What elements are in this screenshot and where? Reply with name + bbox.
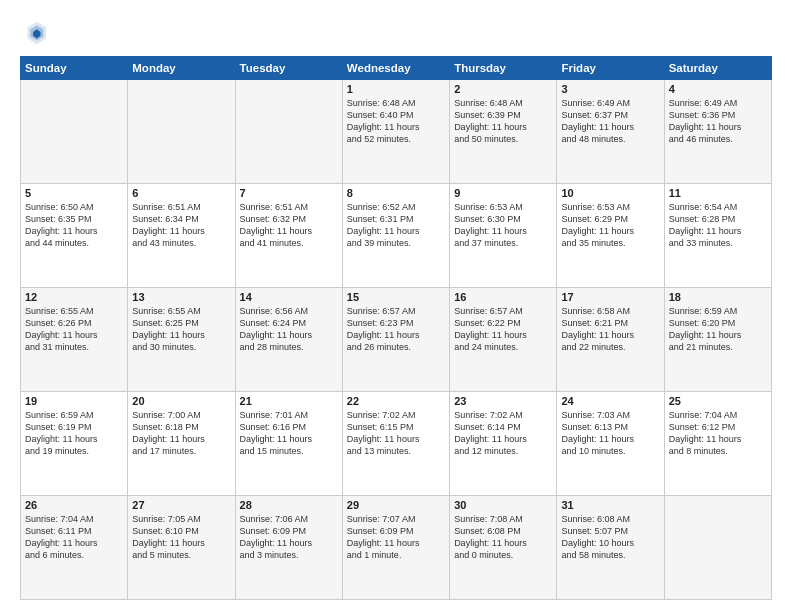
weekday-header: Saturday [664,57,771,80]
day-info: Sunrise: 6:49 AM Sunset: 6:36 PM Dayligh… [669,97,767,146]
day-info: Sunrise: 7:04 AM Sunset: 6:12 PM Dayligh… [669,409,767,458]
day-info: Sunrise: 6:55 AM Sunset: 6:26 PM Dayligh… [25,305,123,354]
calendar-cell: 19Sunrise: 6:59 AM Sunset: 6:19 PM Dayli… [21,392,128,496]
calendar-cell: 25Sunrise: 7:04 AM Sunset: 6:12 PM Dayli… [664,392,771,496]
calendar-cell: 9Sunrise: 6:53 AM Sunset: 6:30 PM Daylig… [450,184,557,288]
day-info: Sunrise: 6:08 AM Sunset: 5:07 PM Dayligh… [561,513,659,562]
calendar-cell: 8Sunrise: 6:52 AM Sunset: 6:31 PM Daylig… [342,184,449,288]
calendar-week-row: 12Sunrise: 6:55 AM Sunset: 6:26 PM Dayli… [21,288,772,392]
weekday-header: Monday [128,57,235,80]
day-number: 24 [561,395,659,407]
day-number: 17 [561,291,659,303]
calendar-cell: 20Sunrise: 7:00 AM Sunset: 6:18 PM Dayli… [128,392,235,496]
day-info: Sunrise: 7:08 AM Sunset: 6:08 PM Dayligh… [454,513,552,562]
calendar-week-row: 26Sunrise: 7:04 AM Sunset: 6:11 PM Dayli… [21,496,772,600]
day-info: Sunrise: 7:05 AM Sunset: 6:10 PM Dayligh… [132,513,230,562]
calendar-cell: 22Sunrise: 7:02 AM Sunset: 6:15 PM Dayli… [342,392,449,496]
calendar-cell: 21Sunrise: 7:01 AM Sunset: 6:16 PM Dayli… [235,392,342,496]
day-number: 28 [240,499,338,511]
calendar-cell: 12Sunrise: 6:55 AM Sunset: 6:26 PM Dayli… [21,288,128,392]
logo [20,18,52,46]
day-info: Sunrise: 7:02 AM Sunset: 6:14 PM Dayligh… [454,409,552,458]
calendar-week-row: 1Sunrise: 6:48 AM Sunset: 6:40 PM Daylig… [21,80,772,184]
day-number: 21 [240,395,338,407]
calendar-cell: 6Sunrise: 6:51 AM Sunset: 6:34 PM Daylig… [128,184,235,288]
day-number: 22 [347,395,445,407]
day-info: Sunrise: 6:55 AM Sunset: 6:25 PM Dayligh… [132,305,230,354]
weekday-header: Sunday [21,57,128,80]
day-number: 19 [25,395,123,407]
day-number: 2 [454,83,552,95]
day-info: Sunrise: 6:53 AM Sunset: 6:29 PM Dayligh… [561,201,659,250]
calendar-cell: 30Sunrise: 7:08 AM Sunset: 6:08 PM Dayli… [450,496,557,600]
day-info: Sunrise: 6:48 AM Sunset: 6:39 PM Dayligh… [454,97,552,146]
day-number: 15 [347,291,445,303]
calendar-cell [664,496,771,600]
day-number: 13 [132,291,230,303]
day-info: Sunrise: 6:59 AM Sunset: 6:19 PM Dayligh… [25,409,123,458]
day-info: Sunrise: 6:49 AM Sunset: 6:37 PM Dayligh… [561,97,659,146]
day-info: Sunrise: 6:51 AM Sunset: 6:32 PM Dayligh… [240,201,338,250]
weekday-header: Tuesday [235,57,342,80]
day-number: 8 [347,187,445,199]
day-info: Sunrise: 7:07 AM Sunset: 6:09 PM Dayligh… [347,513,445,562]
calendar-cell: 14Sunrise: 6:56 AM Sunset: 6:24 PM Dayli… [235,288,342,392]
calendar-week-row: 19Sunrise: 6:59 AM Sunset: 6:19 PM Dayli… [21,392,772,496]
day-info: Sunrise: 6:53 AM Sunset: 6:30 PM Dayligh… [454,201,552,250]
weekday-header: Thursday [450,57,557,80]
day-number: 31 [561,499,659,511]
logo-icon [20,18,48,46]
calendar-cell: 27Sunrise: 7:05 AM Sunset: 6:10 PM Dayli… [128,496,235,600]
day-info: Sunrise: 6:54 AM Sunset: 6:28 PM Dayligh… [669,201,767,250]
day-number: 23 [454,395,552,407]
day-info: Sunrise: 6:56 AM Sunset: 6:24 PM Dayligh… [240,305,338,354]
day-number: 29 [347,499,445,511]
day-number: 30 [454,499,552,511]
day-number: 9 [454,187,552,199]
calendar-cell: 17Sunrise: 6:58 AM Sunset: 6:21 PM Dayli… [557,288,664,392]
day-number: 4 [669,83,767,95]
day-number: 10 [561,187,659,199]
day-number: 25 [669,395,767,407]
day-info: Sunrise: 6:51 AM Sunset: 6:34 PM Dayligh… [132,201,230,250]
calendar-cell: 26Sunrise: 7:04 AM Sunset: 6:11 PM Dayli… [21,496,128,600]
calendar-cell [128,80,235,184]
day-number: 27 [132,499,230,511]
day-info: Sunrise: 7:00 AM Sunset: 6:18 PM Dayligh… [132,409,230,458]
day-number: 26 [25,499,123,511]
calendar-cell: 1Sunrise: 6:48 AM Sunset: 6:40 PM Daylig… [342,80,449,184]
calendar-cell: 10Sunrise: 6:53 AM Sunset: 6:29 PM Dayli… [557,184,664,288]
day-number: 7 [240,187,338,199]
calendar-cell: 23Sunrise: 7:02 AM Sunset: 6:14 PM Dayli… [450,392,557,496]
calendar-table: SundayMondayTuesdayWednesdayThursdayFrid… [20,56,772,600]
day-info: Sunrise: 6:59 AM Sunset: 6:20 PM Dayligh… [669,305,767,354]
day-number: 3 [561,83,659,95]
calendar-cell: 2Sunrise: 6:48 AM Sunset: 6:39 PM Daylig… [450,80,557,184]
day-info: Sunrise: 7:01 AM Sunset: 6:16 PM Dayligh… [240,409,338,458]
day-info: Sunrise: 7:03 AM Sunset: 6:13 PM Dayligh… [561,409,659,458]
day-info: Sunrise: 7:06 AM Sunset: 6:09 PM Dayligh… [240,513,338,562]
calendar-cell: 29Sunrise: 7:07 AM Sunset: 6:09 PM Dayli… [342,496,449,600]
day-number: 1 [347,83,445,95]
day-number: 18 [669,291,767,303]
calendar-cell: 4Sunrise: 6:49 AM Sunset: 6:36 PM Daylig… [664,80,771,184]
day-info: Sunrise: 6:48 AM Sunset: 6:40 PM Dayligh… [347,97,445,146]
calendar-cell: 3Sunrise: 6:49 AM Sunset: 6:37 PM Daylig… [557,80,664,184]
calendar-cell: 18Sunrise: 6:59 AM Sunset: 6:20 PM Dayli… [664,288,771,392]
calendar-cell [21,80,128,184]
calendar-cell: 7Sunrise: 6:51 AM Sunset: 6:32 PM Daylig… [235,184,342,288]
day-number: 11 [669,187,767,199]
day-info: Sunrise: 7:04 AM Sunset: 6:11 PM Dayligh… [25,513,123,562]
weekday-header: Wednesday [342,57,449,80]
page: SundayMondayTuesdayWednesdayThursdayFrid… [0,0,792,612]
calendar-cell: 28Sunrise: 7:06 AM Sunset: 6:09 PM Dayli… [235,496,342,600]
calendar-week-row: 5Sunrise: 6:50 AM Sunset: 6:35 PM Daylig… [21,184,772,288]
calendar-cell: 15Sunrise: 6:57 AM Sunset: 6:23 PM Dayli… [342,288,449,392]
day-number: 16 [454,291,552,303]
day-info: Sunrise: 6:52 AM Sunset: 6:31 PM Dayligh… [347,201,445,250]
day-info: Sunrise: 7:02 AM Sunset: 6:15 PM Dayligh… [347,409,445,458]
day-info: Sunrise: 6:50 AM Sunset: 6:35 PM Dayligh… [25,201,123,250]
calendar-cell: 5Sunrise: 6:50 AM Sunset: 6:35 PM Daylig… [21,184,128,288]
calendar-cell: 13Sunrise: 6:55 AM Sunset: 6:25 PM Dayli… [128,288,235,392]
day-number: 14 [240,291,338,303]
